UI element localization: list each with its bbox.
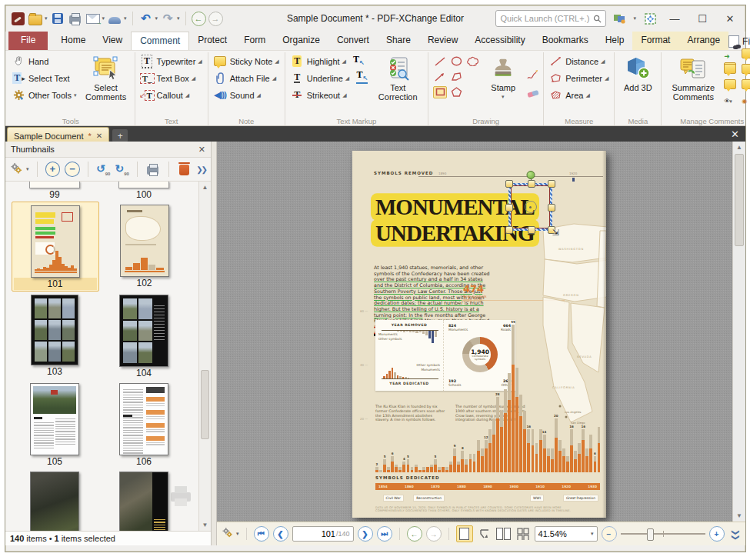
hand-tool-button[interactable]: Hand [11, 54, 78, 68]
attach-file-button[interactable]: Attach File◢ [212, 71, 281, 85]
menu-tab-help[interactable]: Help [597, 32, 633, 50]
sticky-note-button[interactable]: Sticky Note◢ [212, 54, 281, 68]
ui-options-dropdown[interactable]: ▾ [633, 15, 636, 22]
open-dropdown[interactable]: ▾ [45, 15, 48, 22]
thumbnail-page-103[interactable]: 103 [12, 292, 98, 380]
document-view[interactable]: SYMBOLS REMOVED 1890 1920 MONUMENTAL UND… [217, 142, 745, 522]
menu-tab-home[interactable]: Home [52, 32, 94, 50]
panel-splitter[interactable] [212, 142, 217, 545]
save-button[interactable] [50, 11, 65, 26]
underline-button[interactable]: TUnderline◢ [289, 71, 351, 85]
menu-tab-convert[interactable]: Convert [328, 32, 378, 50]
doc-scroll-down-arrow[interactable]: ▼ [733, 510, 745, 522]
rotate-cw-button[interactable]: ↻90 [115, 162, 128, 176]
menu-tab-accessibility[interactable]: Accessibility [466, 32, 533, 50]
select-comments-button[interactable]: Select Comments [82, 54, 131, 115]
menu-tab-protect[interactable]: Protect [189, 32, 235, 50]
handle-e[interactable] [548, 204, 555, 212]
view-forward-button[interactable]: → [426, 526, 442, 542]
thumbnail-page-102[interactable]: 102 [102, 202, 188, 292]
zoom-out-button[interactable]: − [602, 526, 617, 542]
perimeter-button[interactable]: Perimeter◢ [548, 71, 610, 85]
thumbnail-page-101[interactable]: 101 [12, 202, 99, 292]
polygon-tool-icon[interactable] [450, 87, 462, 98]
print-thumbnails-button[interactable] [145, 162, 161, 177]
document-tab-close[interactable]: ✕ [96, 132, 102, 140]
rotate-ccw-button[interactable]: ↺90 [96, 162, 110, 176]
menu-tab-comment[interactable]: Comment [131, 32, 189, 50]
eraser-tool-icon[interactable] [526, 88, 539, 101]
two-pages-continuous-layout-button[interactable] [515, 526, 531, 542]
open-button[interactable] [28, 11, 43, 26]
email-dropdown[interactable]: ▾ [102, 15, 105, 22]
zoom-slider-knob[interactable] [647, 528, 654, 541]
thumbnails-more-button[interactable]: ❯❯ [196, 165, 206, 174]
menu-tab-view[interactable]: View [94, 32, 131, 50]
comment-styles-icon[interactable]: ◉ [742, 78, 750, 106]
arrow-tool-icon[interactable] [434, 72, 446, 82]
pdf-page[interactable]: SYMBOLS REMOVED 1890 1920 MONUMENTAL UND… [352, 151, 606, 518]
menu-tab-review[interactable]: Review [419, 32, 466, 50]
single-page-layout-button[interactable] [456, 525, 473, 542]
replace-text-icon[interactable]: T↖ [355, 71, 368, 84]
thumbnail-page-104[interactable]: 104 [101, 292, 187, 380]
scrollbar-thumb[interactable] [201, 370, 209, 439]
quick-launch-input[interactable]: Quick Launch (CTRL+.) [495, 10, 606, 27]
first-page-button[interactable]: ⏮ [254, 526, 269, 542]
zoom-out-thumbnails-button[interactable]: − [65, 162, 80, 177]
thumbnail-page-105[interactable]: 105 [12, 380, 98, 468]
select-text-button[interactable]: T▸Select Text [11, 71, 78, 85]
continuous-layout-button[interactable] [477, 526, 492, 542]
doc-scrollbar-thumb[interactable] [735, 154, 744, 246]
navbar-more-button[interactable]: ❯❯ [732, 529, 740, 539]
doc-scroll-up-arrow[interactable]: ▲ [733, 142, 745, 153]
thumbnail-page-100[interactable]: 100 [101, 182, 187, 202]
summarize-comments-button[interactable]: Summarize Comments [665, 54, 721, 115]
cloud-tool-icon[interactable] [466, 56, 478, 67]
two-pages-layout-button[interactable] [496, 526, 512, 542]
zoom-level-select[interactable]: 41.54%▾ [535, 526, 598, 542]
email-button[interactable] [85, 11, 101, 26]
redo-dropdown[interactable]: ▾ [177, 15, 180, 22]
redo-button[interactable]: ↷ [160, 11, 175, 26]
thumbnail-page-99[interactable]: 99 [12, 182, 98, 202]
menu-tab-form[interactable]: Form [235, 32, 274, 50]
menu-tab-organize[interactable]: Organize [274, 32, 328, 50]
strikeout-button[interactable]: TStrikeout◢ [289, 88, 368, 102]
handle-s[interactable] [528, 226, 535, 234]
menu-tab-file[interactable]: File [8, 32, 48, 50]
menu-tab-format[interactable]: Format [632, 32, 678, 50]
show-comments-icon[interactable]: 👁▾ [724, 78, 741, 106]
menu-tab-bookmarks[interactable]: Bookmarks [534, 32, 597, 50]
area-button[interactable]: Area◢ [548, 88, 610, 102]
ui-options-button[interactable] [612, 11, 628, 26]
navbar-options-button[interactable] [222, 527, 233, 541]
pencil-tool-icon[interactable] [526, 68, 539, 82]
handle-w[interactable] [505, 204, 513, 212]
handle-sw[interactable] [505, 226, 513, 234]
stamp-button[interactable]: Stamp▾ [483, 54, 523, 115]
navbar-options-dropdown[interactable]: ▾ [236, 531, 239, 537]
new-tab-button[interactable]: + [112, 129, 128, 142]
last-page-button[interactable]: ⏭ [377, 526, 392, 542]
history-back-button[interactable]: ← [192, 12, 206, 26]
add-3d-button[interactable]: Add 3D [618, 54, 657, 115]
polyline-tool-icon[interactable] [450, 72, 462, 82]
thumbnails-scrollbar[interactable]: ▲ ▼ [198, 182, 211, 531]
line-tool-icon[interactable] [434, 56, 446, 67]
menu-tab-share[interactable]: Share [378, 32, 419, 50]
history-forward-button[interactable]: → [208, 12, 223, 26]
thumbnails-options-dropdown[interactable]: ▾ [26, 166, 29, 172]
selected-rectangle-annotation[interactable]: ⇲ [508, 183, 552, 231]
handle-ne[interactable] [548, 180, 555, 188]
zoom-in-thumbnails-button[interactable]: + [45, 162, 61, 177]
view-back-button[interactable]: ← [407, 526, 422, 542]
thumbnail-page-106[interactable]: 106 [101, 380, 187, 468]
scan-button[interactable] [107, 11, 122, 26]
text-correction-button[interactable]: Text Correction [372, 54, 424, 115]
distance-button[interactable]: Distance◢ [548, 54, 610, 68]
minimize-button[interactable]: — [664, 13, 685, 25]
scroll-up-arrow[interactable]: ▲ [199, 182, 211, 193]
scroll-down-arrow[interactable]: ▼ [199, 519, 211, 531]
handle-n[interactable] [528, 180, 535, 188]
